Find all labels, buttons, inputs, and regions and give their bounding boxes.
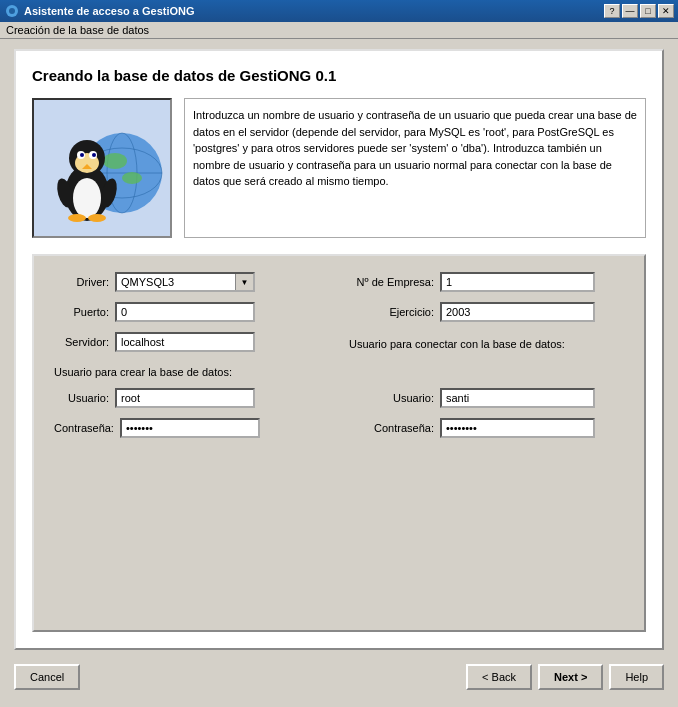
app-icon (4, 3, 20, 19)
title-bar-controls: ? — □ ✕ (604, 4, 674, 18)
empresa-input[interactable] (440, 272, 595, 292)
svg-point-6 (103, 153, 127, 169)
contrasena1-label: Contraseña: (54, 422, 114, 434)
contrasena1-row: Contraseña: (54, 418, 329, 438)
svg-point-14 (80, 153, 84, 157)
help-title-btn[interactable]: ? (604, 4, 620, 18)
driver-select[interactable]: QMYSQL3 ▼ (115, 272, 255, 292)
description-text: Introduzca un nombre de usuario y contra… (193, 109, 637, 187)
empresa-row: Nº de Empresa: (349, 272, 624, 292)
usuario1-input[interactable] (115, 388, 255, 408)
puerto-row: Puerto: (54, 302, 329, 322)
maximize-btn[interactable]: □ (640, 4, 656, 18)
svg-point-15 (92, 153, 96, 157)
illustration-box (32, 98, 172, 238)
title-bar: Asistente de acceso a GestiONG ? — □ ✕ (0, 0, 678, 22)
back-button[interactable]: < Back (466, 664, 532, 690)
driver-dropdown-btn[interactable]: ▼ (235, 274, 253, 290)
usuario2-input[interactable] (440, 388, 595, 408)
driver-row: Driver: QMYSQL3 ▼ (54, 272, 329, 292)
menu-bar-text: Creación de la base de datos (6, 24, 149, 36)
empresa-label: Nº de Empresa: (349, 276, 434, 288)
usuario-crear-label: Usuario para crear la base de datos: (54, 366, 232, 378)
usuario1-row: Usuario: (54, 388, 329, 408)
spacer-right (349, 362, 624, 378)
cancel-button[interactable]: Cancel (14, 664, 80, 690)
usuario-conectar-section: Usuario para conectar con la base de dat… (349, 332, 624, 352)
help-button[interactable]: Help (609, 664, 664, 690)
next-button[interactable]: Next > (538, 664, 603, 690)
servidor-label: Servidor: (54, 336, 109, 348)
driver-value: QMYSQL3 (117, 276, 235, 288)
usuario2-row: Usuario: (349, 388, 624, 408)
button-bar: Cancel < Back Next > Help (14, 656, 664, 692)
driver-label: Driver: (54, 276, 109, 288)
puerto-input[interactable] (115, 302, 255, 322)
content-area: Creando la base de datos de GestiONG 0.1 (14, 49, 664, 650)
ejercicio-label: Ejercicio: (349, 306, 434, 318)
servidor-row: Servidor: (54, 332, 329, 352)
svg-point-17 (68, 214, 86, 222)
servidor-input[interactable] (115, 332, 255, 352)
tux-illustration (37, 103, 167, 233)
usuario1-label: Usuario: (54, 392, 109, 404)
svg-point-9 (73, 178, 101, 218)
contrasena2-label: Contraseña: (349, 422, 434, 434)
nav-buttons: < Back Next > Help (466, 664, 664, 690)
usuario-crear-section: Usuario para crear la base de datos: (54, 362, 329, 378)
usuario-conectar-label: Usuario para conectar con la base de dat… (349, 338, 565, 350)
ejercicio-row: Ejercicio: (349, 302, 624, 322)
close-btn[interactable]: ✕ (658, 4, 674, 18)
svg-point-18 (88, 214, 106, 222)
menu-bar: Creación de la base de datos (0, 22, 678, 39)
form-panel: Driver: QMYSQL3 ▼ Nº de Empresa: Puerto: (32, 254, 646, 632)
contrasena1-input[interactable] (120, 418, 260, 438)
puerto-label: Puerto: (54, 306, 109, 318)
form-grid: Driver: QMYSQL3 ▼ Nº de Empresa: Puerto: (54, 272, 624, 438)
contrasena2-input[interactable] (440, 418, 595, 438)
svg-point-1 (9, 8, 15, 14)
contrasena2-row: Contraseña: (349, 418, 624, 438)
title-bar-text: Asistente de acceso a GestiONG (24, 5, 604, 17)
page-title: Creando la base de datos de GestiONG 0.1 (32, 67, 646, 84)
top-section: Introduzca un nombre de usuario y contra… (32, 98, 646, 238)
svg-point-7 (122, 172, 142, 184)
minimize-btn[interactable]: — (622, 4, 638, 18)
description-box: Introduzca un nombre de usuario y contra… (184, 98, 646, 238)
ejercicio-input[interactable] (440, 302, 595, 322)
main-window: Creando la base de datos de GestiONG 0.1 (0, 39, 678, 702)
usuario2-label: Usuario: (349, 392, 434, 404)
